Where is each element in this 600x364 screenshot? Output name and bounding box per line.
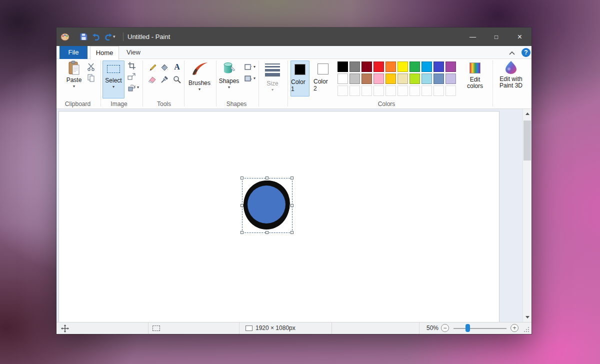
resize-grip-icon[interactable] <box>524 326 530 334</box>
selection-size-icon <box>152 326 160 331</box>
cut-button[interactable] <box>86 62 96 72</box>
palette-swatch[interactable] <box>350 74 360 84</box>
shape-outline-button[interactable]: ▾ <box>242 62 258 72</box>
palette-swatch[interactable] <box>338 62 348 72</box>
color-picker-tool-button[interactable] <box>159 74 170 85</box>
qat-dropdown-icon[interactable]: ▾ <box>113 32 116 42</box>
select-dropdown-icon: ▾ <box>112 85 114 89</box>
zoom-slider-track[interactable] <box>454 328 506 329</box>
palette-swatch[interactable] <box>410 74 420 84</box>
palette-swatch[interactable] <box>446 86 456 96</box>
window-title: Untitled - Paint <box>128 28 170 46</box>
palette-swatch[interactable] <box>422 62 432 72</box>
selection-handle[interactable] <box>290 204 294 207</box>
pencil-tool-button[interactable] <box>146 62 158 72</box>
selection-handle[interactable] <box>240 176 244 180</box>
palette-swatch[interactable] <box>410 62 420 72</box>
statusbar-divider <box>332 322 332 334</box>
select-button[interactable]: Select ▾ <box>102 60 124 98</box>
selection-box[interactable] <box>242 178 292 233</box>
text-tool-button[interactable]: A <box>172 62 182 72</box>
brushes-button[interactable]: Brushes ▾ <box>186 60 214 92</box>
cut-icon <box>88 63 94 71</box>
selection-handle[interactable] <box>290 176 294 180</box>
palette-swatch[interactable] <box>434 62 444 72</box>
selection-handle[interactable] <box>240 231 244 234</box>
paste-label: Paste <box>66 76 82 84</box>
palette-swatch[interactable] <box>422 74 432 84</box>
zoom-in-button[interactable]: + <box>510 324 518 332</box>
palette-swatch[interactable] <box>386 62 396 72</box>
selection-handle[interactable] <box>266 231 268 234</box>
help-button[interactable]: ? <box>522 48 530 57</box>
resize-button[interactable] <box>127 72 136 81</box>
scroll-down-button[interactable] <box>523 313 532 322</box>
fill-tool-button[interactable] <box>159 62 170 72</box>
brushes-label: Brushes <box>188 80 210 86</box>
tab-file[interactable]: File <box>60 46 88 59</box>
selection-handle[interactable] <box>240 204 244 207</box>
vertical-scrollbar[interactable] <box>522 109 532 322</box>
undo-button[interactable] <box>92 32 102 42</box>
redo-button[interactable] <box>103 32 113 42</box>
palette-swatch[interactable] <box>398 74 408 84</box>
palette-swatch[interactable] <box>434 74 444 84</box>
palette-swatch[interactable] <box>362 62 372 72</box>
palette-swatch[interactable] <box>362 86 372 96</box>
color1-button[interactable]: Color 1 <box>290 60 310 96</box>
tab-home[interactable]: Home <box>90 46 119 60</box>
scrollbar-thumb[interactable] <box>524 120 531 160</box>
rotate-button[interactable]: ▾ <box>127 83 140 92</box>
collapse-ribbon-button[interactable] <box>508 49 517 56</box>
palette-swatch[interactable] <box>338 74 348 84</box>
palette-swatch[interactable] <box>446 74 456 84</box>
palette-swatch[interactable] <box>386 86 396 96</box>
palette-swatch[interactable] <box>410 86 420 96</box>
rotate-dropdown-icon: ▾ <box>137 86 139 90</box>
paste-dropdown-icon: ▾ <box>73 84 75 88</box>
size-dropdown-icon: ▾ <box>272 88 274 92</box>
palette-swatch[interactable] <box>398 86 408 96</box>
size-button[interactable]: Size ▾ <box>262 60 284 92</box>
save-button[interactable] <box>78 32 88 42</box>
zoom-out-button[interactable]: − <box>441 324 449 332</box>
palette-swatch[interactable] <box>374 62 384 72</box>
crop-button[interactable] <box>127 61 136 70</box>
selection-handle[interactable] <box>266 176 268 180</box>
close-button[interactable]: × <box>508 28 532 46</box>
shape-fill-button[interactable]: ▾ <box>242 74 258 83</box>
palette-swatch[interactable] <box>374 74 384 84</box>
scroll-up-button[interactable] <box>523 110 532 118</box>
paste-button[interactable]: Paste ▾ <box>62 60 86 88</box>
maximize-button[interactable]: □ <box>484 28 508 46</box>
palette-swatch[interactable] <box>374 86 384 96</box>
selection-handle[interactable] <box>290 231 294 234</box>
shape-fill-dropdown-icon: ▾ <box>254 76 256 80</box>
copy-button[interactable] <box>86 74 96 82</box>
select-label: Select <box>105 77 122 84</box>
shapes-button[interactable]: Shapes ▾ <box>218 60 240 90</box>
eraser-icon <box>148 76 156 84</box>
tab-view[interactable]: View <box>119 46 148 59</box>
palette-swatch[interactable] <box>362 74 372 84</box>
palette-swatch[interactable] <box>446 62 456 72</box>
edit-colors-button[interactable]: Edit colors <box>462 60 488 90</box>
magnifier-tool-button[interactable] <box>172 74 182 85</box>
color2-button[interactable]: Color 2 <box>314 60 332 96</box>
edit-with-paint3d-button[interactable]: Edit with Paint 3D <box>494 60 528 89</box>
palette-swatch[interactable] <box>350 86 360 96</box>
zoom-slider-thumb[interactable] <box>466 324 470 332</box>
statusbar-divider <box>148 322 148 334</box>
text-tool-icon: A <box>174 62 180 72</box>
minimize-button[interactable]: — <box>461 28 484 46</box>
palette-swatch[interactable] <box>422 86 432 96</box>
palette-swatch[interactable] <box>434 86 444 96</box>
drawn-circle <box>242 178 292 232</box>
palette-swatch[interactable] <box>386 74 396 84</box>
palette-swatch[interactable] <box>398 62 408 72</box>
palette-swatch[interactable] <box>350 62 360 72</box>
title-bar[interactable]: ▾ Untitled - Paint — □ × <box>56 28 532 46</box>
drawing-canvas[interactable] <box>59 112 499 322</box>
eraser-tool-button[interactable] <box>146 74 158 85</box>
palette-swatch[interactable] <box>338 86 348 96</box>
